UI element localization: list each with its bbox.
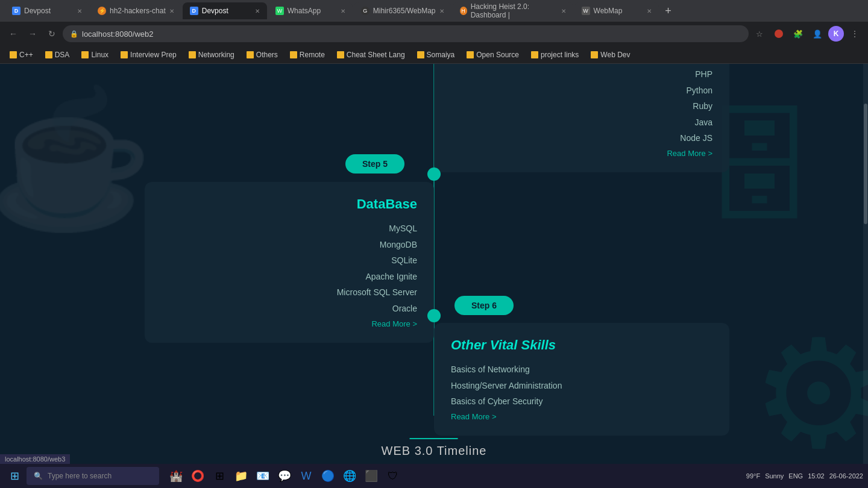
bookmark-dsa[interactable]: DSA bbox=[40, 49, 75, 60]
back-button[interactable]: ← bbox=[5, 25, 22, 42]
previous-languages-card: PHP Python Ruby Java Node JS Read More > bbox=[434, 64, 729, 172]
user-icon-area[interactable]: 👤 bbox=[809, 25, 826, 42]
folder-icon bbox=[290, 51, 297, 58]
taskbar-app-word[interactable]: W bbox=[297, 466, 316, 486]
db-item-mongodb: MongoDB bbox=[162, 237, 417, 253]
extensions-button[interactable] bbox=[770, 25, 787, 42]
taskbar-apps: 🏰 ⭕ ⊞ 📁 📧 💬 W 🔵 🌐 ⬛ 🛡 bbox=[166, 466, 403, 486]
bookmark-label-others: Others bbox=[256, 51, 278, 59]
tab-close-devpost1[interactable]: ✕ bbox=[77, 8, 82, 14]
prev-item-nodejs: Node JS bbox=[451, 130, 712, 146]
address-bar[interactable]: 🔒 localhost:8080/web2 bbox=[63, 25, 749, 42]
vital-item-cybersec: Basics of Cyber Security bbox=[451, 393, 712, 410]
tab-github[interactable]: G Mihir6365/WebMap ✕ bbox=[354, 2, 451, 19]
bookmark-cheatsheet[interactable]: Cheat Sheet Lang bbox=[332, 49, 410, 60]
taskbar-app-teams[interactable]: 💬 bbox=[275, 466, 294, 486]
tab-close-hacking[interactable]: ✕ bbox=[561, 8, 566, 14]
taskbar-app-circle[interactable]: ⭕ bbox=[188, 466, 207, 486]
bookmark-networking[interactable]: Networking bbox=[184, 49, 239, 60]
profile-button[interactable]: K bbox=[828, 26, 844, 42]
forward-button[interactable]: → bbox=[24, 25, 41, 42]
tab-bar: D Devpost ✕ ⚡ hh2-hackers-chat ✕ D Devpo… bbox=[0, 0, 868, 22]
bookmark-label-projectlinks: project links bbox=[541, 51, 579, 59]
mug-decoration: ☕ bbox=[0, 82, 154, 237]
taskbar-app-chrome[interactable]: 🌐 bbox=[340, 466, 359, 486]
tab-devpost2[interactable]: D Devpost ✕ bbox=[183, 2, 267, 19]
folder-icon bbox=[337, 51, 344, 58]
start-button[interactable]: ⊞ bbox=[5, 466, 24, 486]
bookmark-label-cheatsheet: Cheat Sheet Lang bbox=[347, 51, 405, 59]
timeline-node-step6 bbox=[427, 309, 441, 322]
taskbar-app-shield[interactable]: 🛡 bbox=[383, 466, 403, 486]
bookmark-projectlinks[interactable]: project links bbox=[526, 49, 583, 60]
favicon-github: G bbox=[361, 7, 370, 15]
tab-close-github[interactable]: ✕ bbox=[439, 8, 444, 14]
nav-bar: ← → ↻ 🔒 localhost:8080/web2 ☆ 🧩 👤 K ⋮ bbox=[0, 22, 868, 46]
favicon-devpost1: D bbox=[12, 7, 20, 15]
favicon-webmap: W bbox=[582, 7, 590, 15]
bookmark-somaiya[interactable]: Somaiya bbox=[412, 49, 460, 60]
taskbar-app-terminal[interactable]: ⬛ bbox=[362, 466, 381, 486]
tab-hh2[interactable]: ⚡ hh2-hackers-chat ✕ bbox=[90, 2, 181, 19]
taskbar-app-files[interactable]: 📁 bbox=[231, 466, 251, 486]
bookmark-linux[interactable]: Linux bbox=[77, 49, 113, 60]
taskbar-app-vscode[interactable]: 🔵 bbox=[318, 466, 338, 486]
tab-close-webmap[interactable]: ✕ bbox=[647, 8, 652, 14]
tab-devpost1[interactable]: D Devpost ✕ bbox=[5, 2, 89, 19]
step6-button[interactable]: Step 6 bbox=[454, 296, 514, 315]
bookmark-label-opensource: Open Source bbox=[476, 51, 519, 59]
scrollbar[interactable] bbox=[863, 64, 868, 464]
bookmark-label-remote: Remote bbox=[300, 51, 325, 59]
prev-item-ruby: Ruby bbox=[451, 98, 712, 114]
folder-icon bbox=[591, 51, 598, 58]
database-card: DataBase MySQL MongoDB SQLite Apache Ign… bbox=[145, 182, 434, 343]
search-bar[interactable]: 🔍 Type here to search bbox=[27, 467, 159, 485]
folder-icon bbox=[45, 51, 52, 58]
bookmark-interview[interactable]: Interview Prep bbox=[116, 49, 181, 60]
folder-icon bbox=[417, 51, 424, 58]
favicon-devpost2: D bbox=[190, 7, 198, 15]
folder-icon bbox=[10, 51, 17, 58]
folder-icon bbox=[121, 51, 128, 58]
bookmark-others[interactable]: Others bbox=[242, 49, 283, 60]
clock-time: 15:02 bbox=[808, 472, 825, 480]
bookmark-star-button[interactable]: ☆ bbox=[751, 25, 768, 42]
vital-skills-title: Other Vital Skills bbox=[451, 337, 712, 353]
tab-hacking[interactable]: H Hacking Heist 2.0: Dashboard | ✕ bbox=[453, 2, 573, 19]
tab-close-hh2[interactable]: ✕ bbox=[169, 8, 174, 14]
reload-button[interactable]: ↻ bbox=[43, 25, 60, 42]
folder-icon bbox=[247, 51, 254, 58]
menu-button[interactable]: ⋮ bbox=[846, 25, 863, 42]
tab-whatsapp[interactable]: W WhatsApp ✕ bbox=[268, 2, 353, 19]
bookmark-opensource[interactable]: Open Source bbox=[462, 49, 524, 60]
step5-button[interactable]: Step 5 bbox=[345, 154, 404, 174]
bookmark-label-networking: Networking bbox=[198, 51, 234, 59]
db-read-more-link[interactable]: Read More > bbox=[162, 319, 417, 328]
extensions2-button[interactable]: 🧩 bbox=[790, 25, 807, 42]
db-item-apache: Apache Ignite bbox=[162, 269, 417, 285]
favicon-hh2: ⚡ bbox=[98, 7, 106, 15]
language-indicator: ENG bbox=[788, 472, 803, 480]
bookmark-cpp[interactable]: C++ bbox=[5, 49, 38, 60]
scrollbar-thumb[interactable] bbox=[864, 104, 867, 224]
tab-close-devpost2[interactable]: ✕ bbox=[255, 8, 260, 14]
new-tab-button[interactable]: + bbox=[660, 2, 677, 19]
tab-close-whatsapp[interactable]: ✕ bbox=[341, 8, 345, 14]
lock-icon: 🔒 bbox=[70, 30, 78, 38]
tab-webmap[interactable]: W WebMap ✕ bbox=[574, 2, 659, 19]
bookmark-remote[interactable]: Remote bbox=[285, 49, 330, 60]
prev-read-more-link[interactable]: Read More > bbox=[451, 149, 712, 158]
taskbar-app-grid[interactable]: ⊞ bbox=[210, 466, 229, 486]
prev-item-php: PHP bbox=[451, 66, 712, 83]
browser-chrome: D Devpost ✕ ⚡ hh2-hackers-chat ✕ D Devpo… bbox=[0, 0, 868, 64]
vital-read-more-link[interactable]: Read More > bbox=[451, 412, 712, 421]
taskbar-app-castle[interactable]: 🏰 bbox=[166, 466, 186, 486]
favicon-hacking: H bbox=[460, 7, 467, 15]
folder-icon bbox=[189, 51, 196, 58]
timeline-node-step5 bbox=[427, 167, 441, 181]
taskbar-right: 99°F Sunny ENG 15:02 26-06-2022 bbox=[746, 472, 863, 480]
tab-label-devpost1: Devpost bbox=[24, 7, 51, 15]
favicon-whatsapp: W bbox=[275, 7, 284, 15]
bookmark-webdev[interactable]: Web Dev bbox=[586, 49, 635, 60]
taskbar-app-mail[interactable]: 📧 bbox=[253, 466, 272, 486]
